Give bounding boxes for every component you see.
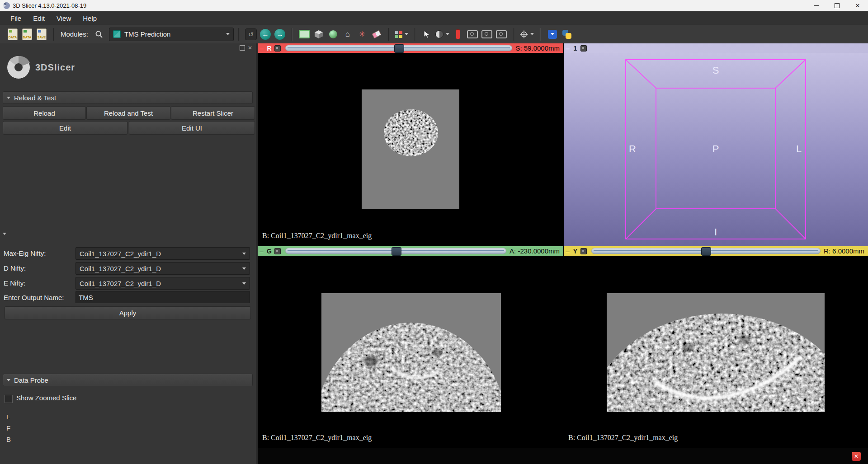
layout-selector[interactable] [395,28,408,41]
place-markup-button[interactable] [452,28,464,41]
e-nifty-label: E Nifty: [4,277,25,289]
close-icon: ✕ [855,3,860,9]
edit-button[interactable]: Edit [3,121,127,135]
slicer-logo-icon [6,55,31,80]
screen-capture-button[interactable] [298,28,310,41]
pin-icon[interactable] [580,248,587,254]
add-data-button[interactable]: DATA [21,28,33,41]
clear-scene-button[interactable] [371,28,382,41]
chevron-down-icon [242,253,246,255]
python-console-button[interactable] [561,28,573,41]
close-button[interactable]: ✕ [847,0,868,11]
home-icon: ⌂ [345,30,350,38]
minimize-button[interactable] [806,0,826,11]
load-data-button[interactable]: DATA [7,28,19,41]
maximize-button[interactable] [826,0,847,11]
red-slice-slider[interactable] [285,45,512,51]
probe-letter-l: L [6,413,10,421]
window-title: 3D Slicer 4.13.0-2021-08-19 [13,2,86,9]
data-probe-section-header[interactable]: Data Probe [3,374,253,386]
red-marker-icon [456,29,460,39]
red-bar-minimize-button[interactable]: – [258,43,265,53]
green-slice-viewport[interactable]: B: Coil1_137027_C2_ydir1_max_eig [258,256,563,448]
home-module-button[interactable]: ⌂ [342,28,354,41]
scene-views-button[interactable] [313,28,325,41]
red-slice-label: B: Coil1_137027_C2_ydir1_max_eig [262,232,372,240]
reload-button[interactable]: Reload [3,106,86,120]
yellow-slider-handle[interactable] [701,247,711,256]
reload-test-section-header[interactable]: Reload & Test [3,91,253,104]
capture-screenshot-button[interactable] [467,28,478,41]
crosshair-icon [520,30,528,38]
pin-icon[interactable] [274,45,281,52]
module-icon [113,30,121,38]
probe-letter-f: F [6,424,10,432]
yellow-slice-slider[interactable] [591,248,821,254]
e-nifty-combobox[interactable]: Coil1_137027_C2_ydir1_D [75,277,250,290]
save-button[interactable]: SAVE [36,28,47,41]
green-bar-minimize-button[interactable]: – [258,246,265,256]
yellow-bar-minimize-button[interactable]: – [564,246,571,256]
reload-and-test-button[interactable]: Reload and Test [86,106,170,120]
menu-edit[interactable]: Edit [27,11,51,25]
green-slice-slider[interactable] [285,248,506,254]
menu-bar: File Edit View Help [0,11,868,25]
menu-help[interactable]: Help [77,11,103,25]
threed-bar-minimize-button[interactable]: – [564,43,571,53]
crosshair-selector[interactable] [520,28,534,41]
max-eig-nifty-label: Max-Eig Nifty: [4,247,46,259]
d-nifty-combobox[interactable]: Coil1_137027_C2_ydir1_D [75,262,250,275]
module-search-button[interactable] [93,28,105,41]
parameters-collapse-icon[interactable] [3,233,6,235]
edit-ui-button[interactable]: Edit UI [129,121,255,135]
axis-label-posterior: P [712,143,719,155]
max-eig-nifty-combobox[interactable]: Coil1_137027_C2_ydir1_D [75,247,250,260]
scene-star-button[interactable]: ✳ [356,28,368,41]
module-back-button[interactable]: ← [259,28,271,41]
module-forward-button[interactable]: → [274,28,286,41]
scene-view-restore-button[interactable] [495,28,507,41]
window-level-selector[interactable] [435,28,449,41]
extensions-manager-button[interactable] [547,28,558,41]
mouse-interaction-button[interactable] [421,28,433,41]
collapse-triangle-icon [7,379,10,381]
slicer-window: 3D Slicer 4.13.0-2021-08-19 ✕ File Edit … [0,0,868,464]
red-slider-handle[interactable] [394,44,404,53]
close-panel-icon[interactable]: ✕ [248,45,252,51]
d-nifty-label: D Nifty: [4,262,26,274]
toolbar: DATA DATA SAVE Modules: TMS Prediction ↺… [0,25,868,44]
axis-label-left: L [796,143,802,155]
module-history-button[interactable]: ↺ [245,28,257,41]
status-bar: ✕ [258,448,868,464]
yellow-slice-viewport[interactable]: B: Coil1_137027_C2_ydir1_max_eig [564,256,868,448]
threed-viewport[interactable]: S R P L I [564,53,868,246]
menu-view[interactable]: View [51,11,77,25]
show-zoomed-slice-checkbox[interactable] [5,395,13,403]
chevron-down-icon [226,33,230,35]
module-selector[interactable]: TMS Prediction [109,28,234,41]
yellow-slice-controller-bar: – Y R: 6.0000mm [564,246,868,256]
extensions-catalog-button[interactable] [327,28,339,41]
undock-panel-icon[interactable] [240,45,245,51]
green-slice-offset: A: -230.0000mm [509,247,563,255]
apply-button[interactable]: Apply [5,306,251,319]
error-log-button[interactable]: ✕ [852,452,861,461]
earth-icon [329,30,337,38]
python-icon [562,30,571,39]
scene-view-add-button[interactable] [481,28,493,41]
chevron-down-icon [242,267,246,270]
red-slice-viewport[interactable]: B: Coil1_137027_C2_ydir1_max_eig [258,53,563,246]
app-icon [3,2,10,9]
green-slider-handle[interactable] [392,247,401,256]
orientation-cube: S R P L I [564,53,868,246]
green-slice-letter: G [265,248,273,255]
output-name-input[interactable] [75,291,250,303]
output-name-label: Enter Output Name: [4,291,64,303]
restart-slicer-button[interactable]: Restart Slicer [171,106,255,120]
pin-icon[interactable] [580,45,587,52]
collapse-triangle-icon [7,97,10,99]
pin-icon[interactable] [274,248,281,254]
reload-test-title: Reload & Test [14,94,56,102]
load-data-icon: DATA [8,28,18,40]
menu-file[interactable]: File [5,11,27,25]
